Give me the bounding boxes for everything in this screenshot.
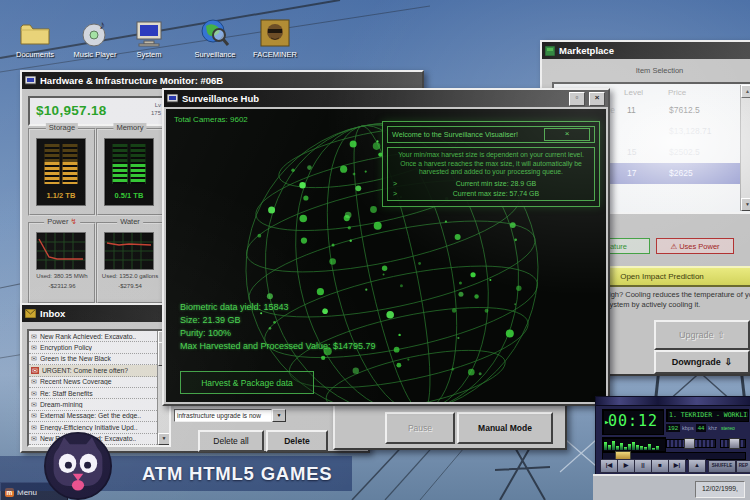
window-title: Hardware & Infrastructure Monitor: #06B	[40, 75, 223, 86]
power-used: Used: 380.35 MWh	[30, 272, 94, 280]
player-titlebar[interactable]	[596, 397, 750, 406]
music-cd-icon: ♪	[66, 18, 124, 48]
dropdown-arrow-icon[interactable]: ▼	[272, 409, 286, 422]
taskbar-clock: 12/02/1999, 22:3	[695, 481, 745, 498]
volume-slider[interactable]	[666, 439, 716, 448]
face-icon	[246, 18, 304, 48]
delete-all-button[interactable]: Delete all	[198, 430, 264, 452]
email-list: ✉New Rank Achieved: Excavato.. ✉Encrypti…	[27, 329, 171, 447]
track-title-marquee: 1. TEKRIDER - WORKLIFE (3:4	[666, 409, 749, 422]
desktop-icon-documents[interactable]: Documents	[6, 18, 64, 59]
marketplace-titlebar[interactable]: Marketplace ◄))	[542, 42, 750, 59]
samplerate-unit: khz	[708, 425, 717, 431]
monitor-icon	[25, 76, 36, 86]
storage-gauge: Storage 1.1/2 TB	[28, 128, 96, 216]
maximize-button[interactable]: ▫	[569, 92, 585, 106]
chevron-icon: >	[393, 180, 403, 187]
balance-thumb[interactable]	[729, 438, 740, 449]
scroll-down-icon[interactable]: ▼	[158, 433, 170, 445]
email-subject-dropdown[interactable]: infrastructure upgrade is now ▼	[174, 409, 286, 422]
power-graph	[37, 233, 85, 269]
next-button[interactable]: ▶|	[668, 459, 686, 473]
envelope-icon: ✉	[31, 333, 37, 340]
desktop-icon-system[interactable]: System	[124, 18, 174, 59]
play-state-icon: ▶	[605, 411, 610, 433]
power-bolt-icon: ↯	[71, 217, 77, 226]
column-price: Price	[668, 88, 686, 97]
music-player-window: ▶ 00:12 1. TEKRIDER - WORKLIFE (3:4 192 …	[595, 396, 750, 476]
column-level: Level	[624, 88, 643, 97]
min-size-row: > Current min size: 28.9 GB	[393, 180, 589, 187]
pause-button[interactable]: Pause	[385, 412, 455, 444]
downgrade-arrow-icon: ⇩	[725, 357, 733, 367]
email-row[interactable]: ✉Encryption Policy	[29, 342, 169, 353]
bitrate-unit: kbps	[682, 425, 694, 431]
envelope-icon: ✉	[31, 390, 37, 397]
power-gauge: Power ↯ Used: 380.35 MWh -$2312.96	[28, 222, 96, 304]
stream-info: 192 kbps 44 khz stereo	[666, 423, 746, 433]
delete-button[interactable]: Delete	[266, 430, 328, 452]
total-cameras: Total Cameras: 9602	[174, 115, 248, 124]
memory-bars	[113, 144, 146, 184]
envelope-icon: ✉	[31, 401, 37, 408]
taskbar-right: 12/02/1999, 22:3	[593, 474, 750, 500]
urgent-envelope-icon: ✉	[31, 367, 39, 374]
volume-thumb[interactable]	[684, 438, 695, 449]
email-row[interactable]: ✉Recent News Coverage	[29, 377, 169, 388]
envelope-icon: ✉	[31, 355, 37, 362]
hardware-monitor-titlebar[interactable]: Hardware & Infrastructure Monitor: #06B	[22, 72, 422, 89]
harvest-package-button[interactable]: Harvest & Package data	[180, 371, 314, 394]
previous-button[interactable]: |◀	[600, 459, 618, 473]
shuffle-toggle[interactable]: SHUFFLE	[708, 460, 736, 473]
water-gauge: Water Used: 1352.0 gallons -$279.54	[96, 222, 164, 304]
svg-text:♪: ♪	[99, 19, 105, 32]
email-row[interactable]: ✉Green is the New Black	[29, 354, 169, 365]
eject-button[interactable]: ▲	[688, 459, 706, 473]
icon-label: System	[124, 50, 174, 59]
marketplace-icon	[545, 46, 555, 56]
close-button[interactable]: ×	[589, 92, 605, 106]
welcome-dialog-body: Your min/max harvest size is dependent o…	[387, 147, 595, 201]
warning-icon: ⚠	[670, 242, 677, 251]
manual-mode-button[interactable]: Manual Mode	[457, 412, 553, 444]
memory-gauge: Memory 0.5/1 TB	[96, 128, 164, 216]
play-button[interactable]: ▶	[617, 459, 635, 473]
surveillance-hub-window: Surveillance Hub ▫ × Total Cameras: 9602…	[162, 88, 610, 406]
atm-cat-logo	[34, 432, 122, 500]
list-scrollbar[interactable]: ▲ ▼	[740, 85, 750, 211]
email-row[interactable]: ✉External Message: Get the edge..	[29, 411, 169, 422]
email-row-urgent[interactable]: ✉URGENT: Come here often?	[29, 365, 169, 376]
balance-slider[interactable]	[720, 439, 746, 448]
email-row[interactable]: ✉Dream-mining	[29, 399, 169, 410]
email-row[interactable]: ✉Re: Staff Benefits	[29, 388, 169, 399]
desktop-icon-faceminer[interactable]: FACEMINER	[246, 18, 304, 59]
window-title: Surveillance Hub	[182, 93, 259, 104]
envelope-icon: ✉	[31, 424, 37, 431]
downgrade-button[interactable]: Downgrade⇩	[654, 350, 750, 374]
desktop-icon-music-player[interactable]: ♪ Music Player	[66, 18, 124, 59]
inbox-envelope-icon	[25, 309, 36, 318]
window-title: Marketplace	[559, 45, 614, 56]
upgrade-arrow-icon: ⇧	[717, 330, 725, 340]
icon-label: Documents	[6, 50, 64, 59]
storage-value: 1.1/2 TB	[37, 191, 85, 200]
pause-button[interactable]: ||	[634, 459, 652, 473]
monitor-icon	[167, 94, 178, 104]
scroll-down-icon[interactable]: ▼	[741, 198, 750, 211]
icon-label: FACEMINER	[246, 50, 304, 59]
spectrum-analyzer	[602, 437, 666, 452]
harvest-purity: Purity: 100%	[180, 327, 375, 340]
chevron-icon: >	[393, 190, 403, 197]
email-row[interactable]: ✉New Rank Achieved: Excavato..	[29, 331, 169, 342]
max-size-value: Current max size: 57.74 GB	[403, 190, 589, 197]
repeat-toggle[interactable]: REP	[736, 460, 750, 473]
scroll-up-icon[interactable]: ▲	[741, 85, 750, 98]
stop-button[interactable]: ■	[651, 459, 669, 473]
dialog-close-icon[interactable]: ×	[544, 128, 590, 141]
surveillance-titlebar[interactable]: Surveillance Hub ▫ ×	[164, 90, 608, 107]
computer-icon	[124, 18, 174, 48]
desktop-icon-surveillance[interactable]: Surveillance	[186, 18, 244, 59]
icon-label: Surveillance	[186, 50, 244, 59]
folder-icon	[6, 18, 64, 48]
upgrade-button[interactable]: Upgrade⇧	[654, 320, 750, 350]
